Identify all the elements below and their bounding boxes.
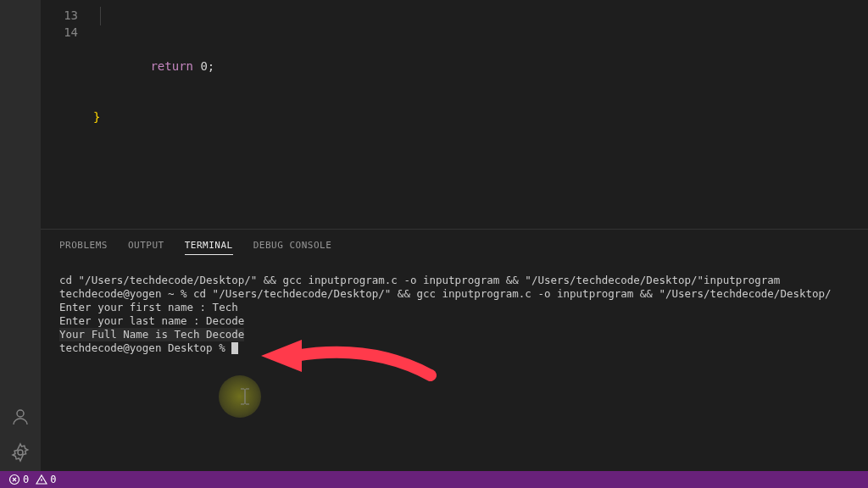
tab-terminal[interactable]: TERMINAL bbox=[185, 236, 233, 255]
status-warnings[interactable]: 0 bbox=[36, 474, 56, 485]
terminal-line: cd "/Users/techdecode/Desktop/" && gcc i… bbox=[59, 274, 849, 287]
svg-point-1 bbox=[18, 450, 23, 455]
keyword-return: return bbox=[150, 59, 193, 73]
error-icon bbox=[8, 474, 20, 485]
settings-gear-icon[interactable] bbox=[10, 442, 31, 463]
terminal-cursor bbox=[231, 342, 238, 354]
activity-bar bbox=[0, 0, 41, 471]
terminal-line: Enter your first name : Tech bbox=[59, 301, 849, 314]
warning-icon bbox=[36, 474, 47, 485]
tab-problems[interactable]: PROBLEMS bbox=[59, 236, 108, 255]
tab-output[interactable]: OUTPUT bbox=[128, 236, 164, 255]
code-content[interactable]: return 0; } bbox=[93, 0, 868, 229]
closing-brace: } bbox=[93, 110, 100, 124]
svg-point-0 bbox=[17, 410, 24, 417]
panel-tabs: PROBLEMS OUTPUT TERMINAL DEBUG CONSOLE bbox=[41, 230, 868, 262]
terminal[interactable]: cd "/Users/techdecode/Desktop/" && gcc i… bbox=[41, 262, 868, 471]
status-bar: 0 0 bbox=[0, 471, 868, 488]
status-errors[interactable]: 0 bbox=[8, 474, 29, 485]
click-highlight-annotation bbox=[219, 375, 261, 418]
line-number: 14 bbox=[41, 24, 78, 41]
code-editor[interactable]: 13 14 return 0; } bbox=[41, 0, 868, 229]
bottom-panel: PROBLEMS OUTPUT TERMINAL DEBUG CONSOLE c… bbox=[41, 229, 868, 471]
terminal-prompt: techdecode@yogen Desktop % bbox=[59, 341, 231, 354]
tab-debug-console[interactable]: DEBUG CONSOLE bbox=[253, 236, 332, 255]
accounts-icon[interactable] bbox=[10, 407, 31, 427]
line-number: 13 bbox=[41, 7, 78, 24]
line-number-gutter: 13 14 bbox=[41, 0, 93, 229]
terminal-output-highlight: Your Full Name is Tech Decode bbox=[59, 328, 244, 341]
terminal-line: techdecode@yogen ~ % cd "/Users/techdeco… bbox=[59, 287, 849, 301]
terminal-line: Enter your last name : Decode bbox=[59, 314, 849, 328]
text-cursor-icon bbox=[237, 387, 253, 407]
